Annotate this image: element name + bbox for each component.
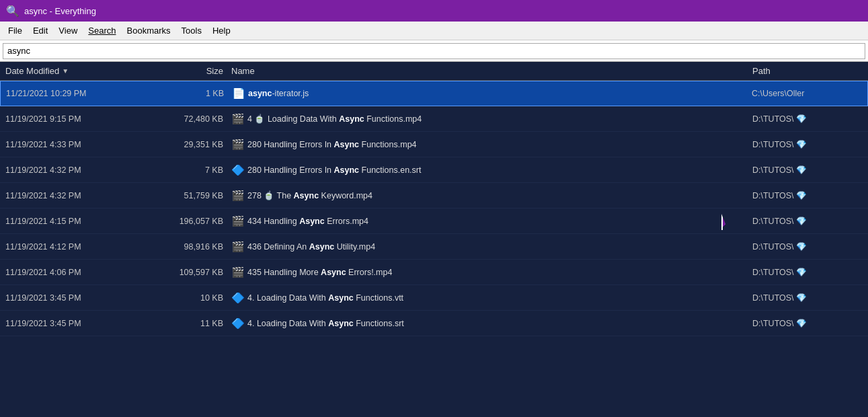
file-icon: 🎬 bbox=[231, 241, 245, 252]
file-name-text: 434 Handling Async Errors.mp4 bbox=[247, 217, 368, 226]
table-row[interactable]: 11/19/2021 4:06 PM109,597 KB🎬435 Handlin… bbox=[0, 260, 868, 285]
menu-bookmarks[interactable]: Bookmarks bbox=[122, 23, 176, 38]
table-row[interactable]: 11/19/2021 4:32 PM51,759 KB🎬278 🍵 The As… bbox=[0, 183, 868, 208]
col-header-path[interactable]: Path bbox=[747, 66, 868, 76]
table-row[interactable]: 11/19/2021 9:15 PM72,480 KB🎬4 🍵 Loading … bbox=[0, 106, 868, 132]
cell-date: 11/19/2021 4:33 PM bbox=[0, 140, 148, 149]
file-name-text: async-iterator.js bbox=[248, 89, 309, 98]
cell-path: D:\TUTOS\ 💎 bbox=[747, 216, 868, 226]
col-header-name[interactable]: Name bbox=[229, 66, 747, 76]
cell-path: D:\TUTOS\ 💎 bbox=[747, 293, 868, 303]
file-name-text: 280 Handling Errors In Async Functions.m… bbox=[247, 140, 417, 149]
cell-date: 11/19/2021 4:15 PM bbox=[0, 217, 148, 226]
cell-name: 🎬434 Handling Async Errors.mp4 bbox=[229, 216, 747, 227]
cell-date: 11/19/2021 4:32 PM bbox=[0, 165, 148, 175]
file-icon: 🎬 bbox=[231, 114, 245, 124]
cell-date: 11/19/2021 4:06 PM bbox=[0, 268, 148, 277]
file-name-text: 4. Loading Data With Async Functions.srt bbox=[247, 319, 404, 328]
cell-name: 🔷280 Handling Errors In Async Functions.… bbox=[229, 165, 747, 176]
search-input[interactable] bbox=[3, 43, 865, 59]
cell-name: 🎬278 🍵 The Async Keyword.mp4 bbox=[229, 190, 747, 201]
cell-size: 11 KB bbox=[148, 319, 229, 328]
cell-path: D:\TUTOS\ 💎 bbox=[747, 165, 868, 175]
menu-bar: File Edit View Search Bookmarks Tools He… bbox=[0, 22, 868, 40]
table-row[interactable]: 11/19/2021 4:15 PM196,057 KB🎬434 Handlin… bbox=[0, 208, 868, 234]
title-bar: 🔍 async - Everything bbox=[0, 0, 868, 22]
cell-name: 📄async-iterator.js bbox=[229, 88, 746, 99]
file-icon: 🎬 bbox=[231, 216, 245, 227]
column-headers: Date Modified ▼ Size Name Path bbox=[0, 62, 868, 81]
cell-size: 10 KB bbox=[148, 293, 229, 303]
menu-file[interactable]: File bbox=[3, 23, 28, 38]
file-icon: 🔷 bbox=[231, 293, 245, 303]
file-icon: 🎬 bbox=[231, 190, 245, 201]
cell-name: 🎬435 Handling More Async Errors!.mp4 bbox=[229, 267, 747, 278]
file-name-text: 4. Loading Data With Async Functions.vtt bbox=[247, 293, 403, 303]
cell-date: 11/19/2021 4:12 PM bbox=[0, 242, 148, 252]
menu-tools[interactable]: Tools bbox=[176, 23, 207, 38]
file-name-text: 280 Handling Errors In Async Functions.e… bbox=[247, 165, 421, 175]
file-icon: 🔷 bbox=[231, 165, 245, 176]
file-icon: 📄 bbox=[232, 88, 245, 99]
cell-name: 🔷4. Loading Data With Async Functions.sr… bbox=[229, 318, 747, 329]
cell-path: D:\TUTOS\ 💎 bbox=[747, 267, 868, 277]
cell-name: 🎬280 Handling Errors In Async Functions.… bbox=[229, 139, 747, 150]
file-name-text: 4 🍵 Loading Data With Async Functions.mp… bbox=[247, 114, 422, 124]
cell-date: 11/21/2021 10:29 PM bbox=[1, 89, 149, 98]
cell-name: 🎬4 🍵 Loading Data With Async Functions.m… bbox=[229, 114, 747, 124]
search-bar bbox=[0, 40, 868, 62]
app-icon: 🔍 bbox=[7, 5, 19, 17]
menu-search[interactable]: Search bbox=[83, 23, 121, 38]
cell-path: C:\Users\Oller bbox=[746, 89, 867, 98]
cell-path: D:\TUTOS\ 💎 bbox=[747, 241, 868, 252]
cell-size: 29,351 KB bbox=[148, 140, 229, 149]
col-header-date[interactable]: Date Modified ▼ bbox=[0, 66, 148, 76]
table-row[interactable]: 11/19/2021 4:33 PM29,351 KB🎬280 Handling… bbox=[0, 132, 868, 157]
cell-path: D:\TUTOS\ 💎 bbox=[747, 114, 868, 124]
file-name-text: 278 🍵 The Async Keyword.mp4 bbox=[247, 190, 372, 200]
cell-path: D:\TUTOS\ 💎 bbox=[747, 139, 868, 149]
sort-arrow-icon: ▼ bbox=[62, 67, 69, 75]
table-row[interactable]: 11/21/2021 10:29 PM1 KB📄async-iterator.j… bbox=[0, 81, 868, 106]
cell-date: 11/19/2021 9:15 PM bbox=[0, 114, 148, 124]
col-header-size[interactable]: Size bbox=[148, 66, 229, 76]
cell-date: 11/19/2021 3:45 PM bbox=[0, 293, 148, 303]
cell-path: D:\TUTOS\ 💎 bbox=[747, 318, 868, 328]
window-title: async - Everything bbox=[24, 6, 96, 16]
cell-name: 🎬436 Defining An Async Utility.mp4 bbox=[229, 241, 747, 252]
file-icon: 🎬 bbox=[231, 267, 245, 278]
cell-size: 98,916 KB bbox=[148, 242, 229, 252]
file-name-text: 435 Handling More Async Errors!.mp4 bbox=[247, 268, 392, 277]
cell-date: 11/19/2021 3:45 PM bbox=[0, 319, 148, 328]
file-name-text: 436 Defining An Async Utility.mp4 bbox=[247, 242, 375, 252]
table-row[interactable]: 11/19/2021 4:32 PM7 KB🔷280 Handling Erro… bbox=[0, 157, 868, 183]
cell-size: 72,480 KB bbox=[148, 114, 229, 124]
file-icon: 🔷 bbox=[231, 318, 245, 329]
table-row[interactable]: 11/19/2021 4:12 PM98,916 KB🎬436 Defining… bbox=[0, 234, 868, 260]
cell-size: 1 KB bbox=[149, 89, 229, 98]
table-row[interactable]: 11/19/2021 3:45 PM11 KB🔷4. Loading Data … bbox=[0, 311, 868, 336]
file-icon: 🎬 bbox=[231, 139, 245, 150]
cell-path: D:\TUTOS\ 💎 bbox=[747, 190, 868, 200]
file-list: 11/21/2021 10:29 PM1 KB📄async-iterator.j… bbox=[0, 81, 868, 417]
cell-date: 11/19/2021 4:32 PM bbox=[0, 191, 148, 200]
cell-size: 7 KB bbox=[148, 165, 229, 175]
menu-view[interactable]: View bbox=[53, 23, 83, 38]
table-row[interactable]: 11/19/2021 3:45 PM10 KB🔷4. Loading Data … bbox=[0, 285, 868, 311]
cell-size: 196,057 KB bbox=[148, 217, 229, 226]
cell-name: 🔷4. Loading Data With Async Functions.vt… bbox=[229, 293, 747, 303]
menu-edit[interactable]: Edit bbox=[28, 23, 53, 38]
menu-help[interactable]: Help bbox=[207, 23, 236, 38]
cell-size: 109,597 KB bbox=[148, 268, 229, 277]
cell-size: 51,759 KB bbox=[148, 191, 229, 200]
